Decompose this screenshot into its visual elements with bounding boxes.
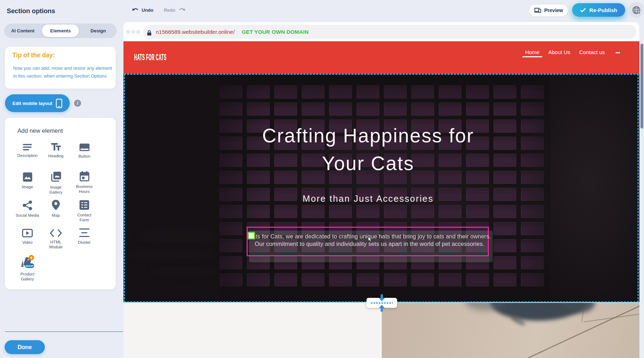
svg-text:SHOP: SHOP <box>26 264 34 268</box>
